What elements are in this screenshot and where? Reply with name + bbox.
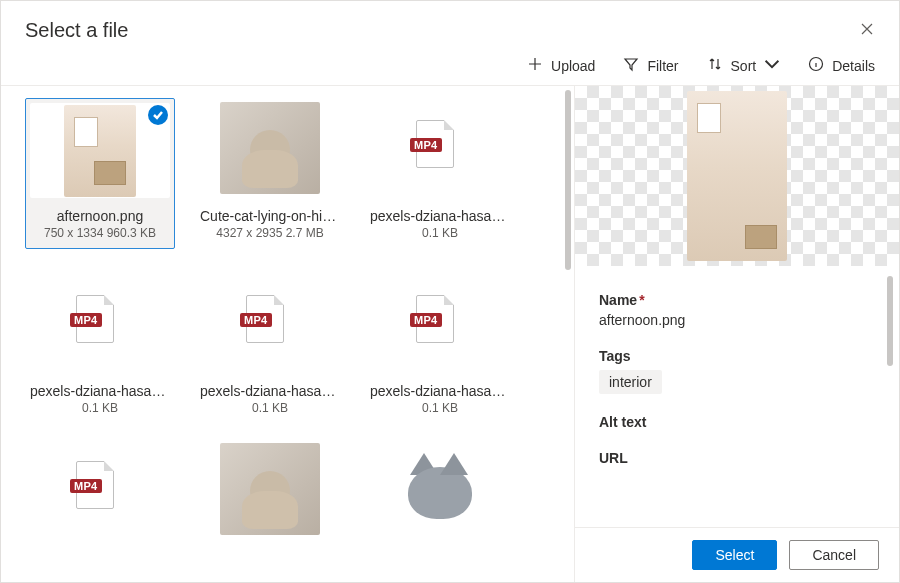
upload-button[interactable]: Upload bbox=[527, 56, 595, 75]
filter-button[interactable]: Filter bbox=[623, 56, 678, 75]
file-card[interactable] bbox=[365, 439, 515, 539]
filter-icon bbox=[623, 56, 639, 75]
file-thumbnail bbox=[365, 439, 515, 539]
sort-label: Sort bbox=[731, 58, 757, 74]
preview-image bbox=[687, 91, 787, 261]
file-card[interactable]: MP4pexels-dziana-hasanb...0.1 KB bbox=[195, 273, 345, 415]
cancel-button[interactable]: Cancel bbox=[789, 540, 879, 570]
details-scrollbar[interactable] bbox=[887, 276, 893, 366]
selected-check-icon bbox=[148, 105, 168, 125]
gallery-scrollbar[interactable] bbox=[564, 90, 572, 578]
file-name: afternoon.png bbox=[30, 208, 170, 224]
dialog-body: afternoon.png750 x 1334 960.3 KBCute-cat… bbox=[1, 86, 899, 582]
file-card[interactable]: afternoon.png750 x 1334 960.3 KB bbox=[25, 98, 175, 249]
file-thumbnail bbox=[195, 98, 345, 198]
file-card[interactable] bbox=[195, 439, 345, 539]
upload-label: Upload bbox=[551, 58, 595, 74]
info-icon bbox=[808, 56, 824, 75]
file-thumbnail: MP4 bbox=[365, 273, 515, 373]
file-meta: 0.1 KB bbox=[252, 401, 288, 415]
file-thumbnail: MP4 bbox=[365, 98, 515, 198]
file-card[interactable]: MP4pexels-dziana-hasanb...0.1 KB bbox=[25, 273, 175, 415]
file-picker-dialog: Select a file Upload Filter Sort Details… bbox=[0, 0, 900, 583]
mp4-badge: MP4 bbox=[410, 138, 442, 152]
side-panel: Name afternoon.png Tags interior Alt tex… bbox=[574, 86, 899, 582]
file-name: pexels-dziana-hasanb... bbox=[370, 208, 510, 224]
file-thumbnail: MP4 bbox=[25, 439, 175, 539]
file-meta: 4327 x 2935 2.7 MB bbox=[216, 226, 323, 240]
file-meta: 750 x 1334 960.3 KB bbox=[44, 226, 156, 240]
sort-button[interactable]: Sort bbox=[707, 56, 781, 75]
details-button[interactable]: Details bbox=[808, 56, 875, 75]
file-card[interactable]: MP4 bbox=[25, 439, 175, 539]
toolbar: Upload Filter Sort Details bbox=[1, 50, 899, 86]
video-file-icon: MP4 bbox=[76, 295, 124, 351]
mp4-badge: MP4 bbox=[410, 313, 442, 327]
dialog-title: Select a file bbox=[25, 19, 128, 42]
alt-text-label: Alt text bbox=[599, 414, 875, 430]
tag-chip[interactable]: interior bbox=[599, 370, 662, 394]
mp4-badge: MP4 bbox=[240, 313, 272, 327]
name-value[interactable]: afternoon.png bbox=[599, 312, 875, 328]
file-preview bbox=[575, 86, 899, 266]
file-name: pexels-dziana-hasanb... bbox=[370, 383, 510, 399]
details-label: Details bbox=[832, 58, 875, 74]
video-file-icon: MP4 bbox=[246, 295, 294, 351]
video-file-icon: MP4 bbox=[416, 120, 464, 176]
file-meta: 0.1 KB bbox=[422, 226, 458, 240]
file-thumbnail bbox=[195, 439, 345, 539]
file-thumbnail: MP4 bbox=[25, 273, 175, 373]
dialog-header: Select a file bbox=[1, 1, 899, 50]
file-name: pexels-dziana-hasanb... bbox=[30, 383, 170, 399]
file-card[interactable]: MP4pexels-dziana-hasanb...0.1 KB bbox=[365, 273, 515, 415]
video-file-icon: MP4 bbox=[76, 461, 124, 517]
file-details: Name afternoon.png Tags interior Alt tex… bbox=[575, 266, 899, 527]
file-card[interactable]: Cute-cat-lying-on-his-...4327 x 2935 2.7… bbox=[195, 98, 345, 249]
tags-label: Tags bbox=[599, 348, 875, 364]
plus-icon bbox=[527, 56, 543, 75]
file-meta: 0.1 KB bbox=[422, 401, 458, 415]
file-gallery[interactable]: afternoon.png750 x 1334 960.3 KBCute-cat… bbox=[1, 86, 574, 582]
close-button[interactable] bbox=[859, 21, 875, 41]
filter-label: Filter bbox=[647, 58, 678, 74]
file-card[interactable]: MP4pexels-dziana-hasanb...0.1 KB bbox=[365, 98, 515, 249]
file-thumbnail: MP4 bbox=[195, 273, 345, 373]
mp4-badge: MP4 bbox=[70, 313, 102, 327]
video-file-icon: MP4 bbox=[416, 295, 464, 351]
mp4-badge: MP4 bbox=[70, 479, 102, 493]
name-label: Name bbox=[599, 292, 875, 308]
sort-icon bbox=[707, 56, 723, 75]
file-name: pexels-dziana-hasanb... bbox=[200, 383, 340, 399]
file-name: Cute-cat-lying-on-his-... bbox=[200, 208, 340, 224]
select-button[interactable]: Select bbox=[692, 540, 777, 570]
file-meta: 0.1 KB bbox=[82, 401, 118, 415]
url-label: URL bbox=[599, 450, 875, 466]
dialog-footer: Select Cancel bbox=[575, 527, 899, 582]
chevron-down-icon bbox=[764, 56, 780, 75]
